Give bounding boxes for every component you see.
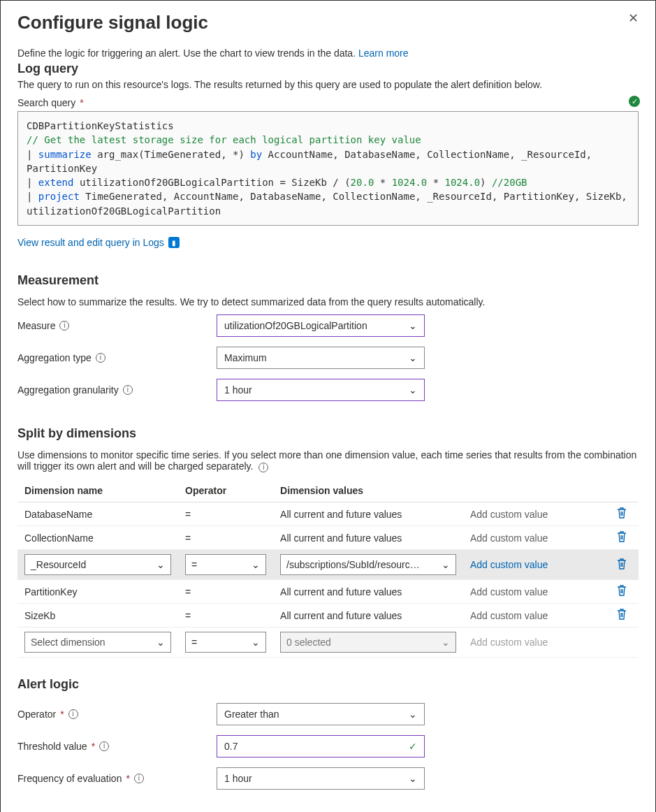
table-row-new: Select dimension⌄=⌄0 selected⌄Add custom…	[17, 628, 639, 658]
add-custom-value-button[interactable]: Add custom value	[470, 532, 548, 544]
table-row: PartitionKey=All current and future valu…	[17, 580, 639, 604]
chevron-down-icon: ⌄	[409, 384, 417, 396]
measurement-desc: Select how to summarize the results. We …	[17, 296, 639, 307]
aggregation-granularity-label: Aggregation granularity	[17, 384, 119, 396]
dimension-values-select[interactable]: /subscriptions/SubId/resourc…⌄	[280, 554, 456, 575]
check-icon: ✓	[409, 741, 417, 752]
dimension-name: CollectionName	[17, 526, 178, 550]
operator-select[interactable]: Greater than ⌄	[217, 703, 425, 725]
col-dimension-name: Dimension name	[17, 479, 178, 502]
add-custom-value-button[interactable]: Add custom value	[470, 559, 548, 570]
page-title: Configure signal logic	[17, 12, 208, 34]
chevron-down-icon: ⌄	[409, 320, 417, 331]
required-icon: *	[80, 97, 83, 108]
info-icon[interactable]: i	[258, 463, 268, 472]
add-custom-value-button[interactable]: Add custom value	[470, 586, 548, 597]
split-heading: Split by dimensions	[17, 426, 639, 441]
logs-icon: ▮	[168, 237, 180, 248]
dimension-name-select[interactable]: Select dimension⌄	[24, 632, 171, 653]
info-icon[interactable]: i	[68, 709, 78, 719]
aggregation-type-select[interactable]: Maximum ⌄	[217, 347, 425, 369]
dimension-operator-select[interactable]: =⌄	[185, 632, 266, 653]
info-icon[interactable]: i	[96, 353, 105, 363]
operator-label: Operator	[17, 709, 56, 720]
chevron-down-icon: ⌄	[252, 559, 260, 570]
required-icon: *	[126, 773, 129, 784]
dimension-values: All current and future values	[273, 604, 463, 628]
chevron-down-icon: ⌄	[442, 559, 450, 570]
alert-logic-heading: Alert logic	[17, 677, 639, 692]
delete-icon[interactable]	[616, 530, 627, 543]
dimension-operator-select[interactable]: =⌄	[185, 554, 266, 575]
delete-icon[interactable]	[616, 507, 627, 519]
close-icon[interactable]: ✕	[628, 12, 639, 24]
dimension-operator: =	[178, 580, 273, 604]
dimensions-table: Dimension name Operator Dimension values…	[17, 479, 639, 658]
table-row: _ResourceId⌄=⌄/subscriptions/SubId/resou…	[17, 550, 639, 580]
col-dimension-values: Dimension values	[273, 479, 463, 502]
valid-check-icon: ✓	[629, 96, 640, 107]
required-icon: *	[92, 741, 95, 752]
dimension-name: DatabaseName	[17, 502, 178, 526]
threshold-value-input[interactable]: 0.7 ✓	[217, 735, 425, 757]
info-icon[interactable]: i	[123, 385, 133, 395]
chevron-down-icon: ⌄	[252, 637, 260, 648]
log-query-desc: The query to run on this resource's logs…	[17, 79, 639, 90]
measure-label: Measure	[17, 320, 55, 331]
col-operator: Operator	[178, 479, 273, 502]
frequency-label: Frequency of evaluation	[17, 773, 122, 784]
split-desc: Use dimensions to monitor specific time …	[17, 449, 639, 472]
log-query-heading: Log query	[17, 61, 639, 76]
chevron-down-icon: ⌄	[156, 559, 165, 570]
dimension-name: SizeKb	[17, 604, 178, 628]
dimension-values: All current and future values	[273, 502, 463, 526]
table-row: SizeKb=All current and future valuesAdd …	[17, 604, 639, 628]
info-icon[interactable]: i	[59, 321, 69, 331]
dimension-values-select[interactable]: 0 selected⌄	[280, 632, 456, 653]
required-icon: *	[60, 709, 64, 720]
dimension-operator: =	[178, 502, 273, 526]
measure-select[interactable]: utilizationOf20GBLogicalPartition ⌄	[217, 314, 425, 337]
chevron-down-icon: ⌄	[409, 773, 417, 784]
delete-icon[interactable]	[616, 608, 627, 621]
delete-icon[interactable]	[616, 584, 627, 597]
search-query-label: Search query	[17, 97, 75, 108]
learn-more-link[interactable]: Learn more	[358, 48, 409, 59]
chevron-down-icon: ⌄	[156, 637, 165, 648]
dimension-name-select[interactable]: _ResourceId⌄	[24, 554, 171, 575]
dimension-values: All current and future values	[273, 526, 463, 550]
add-custom-value-button[interactable]: Add custom value	[470, 610, 548, 621]
measurement-heading: Measurement	[17, 273, 639, 288]
intro-text: Define the logic for triggering an alert…	[17, 48, 639, 59]
dimension-operator: =	[178, 604, 273, 628]
aggregation-granularity-select[interactable]: 1 hour ⌄	[217, 379, 425, 401]
info-icon[interactable]: i	[134, 774, 144, 783]
info-icon[interactable]: i	[99, 741, 109, 751]
frequency-select[interactable]: 1 hour ⌄	[217, 767, 425, 790]
add-custom-value-button: Add custom value	[470, 637, 548, 648]
threshold-label: Threshold value	[17, 741, 87, 752]
aggregation-type-label: Aggregation type	[17, 352, 92, 363]
search-query-input[interactable]: CDBPartitionKeyStatistics // Get the lat…	[17, 111, 639, 226]
chevron-down-icon: ⌄	[442, 637, 450, 648]
table-row: DatabaseName=All current and future valu…	[17, 502, 639, 526]
table-row: CollectionName=All current and future va…	[17, 526, 639, 550]
dimension-values: All current and future values	[273, 580, 463, 604]
delete-icon[interactable]	[616, 558, 627, 570]
chevron-down-icon: ⌄	[409, 352, 417, 363]
dimension-operator: =	[178, 526, 273, 550]
dimension-name: PartitionKey	[17, 580, 178, 604]
chevron-down-icon: ⌄	[409, 709, 417, 720]
view-in-logs-link[interactable]: View result and edit query in Logs ▮	[17, 237, 180, 248]
add-custom-value-button[interactable]: Add custom value	[470, 509, 548, 520]
